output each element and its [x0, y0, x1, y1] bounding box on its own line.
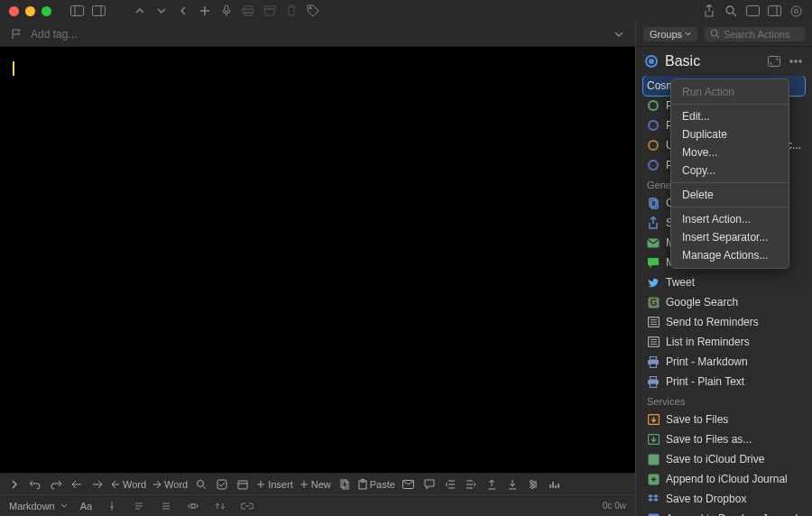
append-icon	[647, 473, 660, 485]
indent-icon[interactable]	[464, 477, 478, 492]
archive-icon[interactable]	[263, 4, 277, 18]
font-button[interactable]: Aa	[80, 501, 92, 511]
upload-icon[interactable]	[484, 477, 499, 492]
groups-dropdown[interactable]: Groups	[643, 27, 697, 41]
action-row[interactable]: List in Reminders	[643, 332, 805, 352]
drive-icon	[647, 453, 660, 465]
action-row[interactable]: Save to Files	[643, 410, 805, 429]
action-row[interactable]: Save to iCloud Drive	[643, 449, 805, 469]
actions-list: CosmicPosPosUpdosmic...PosGeneralCopShaM…	[636, 76, 812, 516]
action-row[interactable]: Send to Reminders	[643, 312, 805, 332]
plus-icon[interactable]	[198, 4, 212, 18]
chart-icon[interactable]	[547, 477, 561, 492]
editor-textarea[interactable]	[0, 47, 635, 473]
action-row[interactable]: Print - Markdown	[643, 352, 805, 372]
minimize-window-button[interactable]	[25, 6, 35, 16]
more-icon[interactable]	[789, 54, 803, 69]
word-left-button[interactable]: Word	[111, 479, 146, 490]
tag-icon[interactable]	[306, 4, 320, 18]
envelope-icon[interactable]	[401, 477, 416, 492]
menu-item[interactable]: Copy...	[671, 161, 789, 180]
tag-input[interactable]	[31, 28, 604, 41]
action-label: Send to Reminders	[666, 316, 759, 328]
action-row[interactable]: Tweet	[643, 272, 805, 292]
chevron-right-icon[interactable]	[7, 477, 22, 492]
paste-button[interactable]: Paste	[358, 479, 395, 490]
new-button[interactable]: New	[300, 479, 331, 490]
dropbox-icon	[647, 493, 660, 505]
share-icon[interactable]	[702, 4, 716, 18]
print-icon	[647, 355, 660, 368]
insert-button[interactable]: Insert	[256, 479, 293, 490]
action-row[interactable]: GGoogle Search	[643, 292, 805, 312]
action-row[interactable]: Save to Dropbox	[643, 489, 805, 509]
outdent-icon[interactable]	[443, 477, 457, 492]
expand-icon[interactable]	[767, 54, 781, 69]
link-icon[interactable]	[240, 499, 254, 513]
focus-icon[interactable]	[159, 499, 173, 513]
sidebar-left-icon[interactable]	[69, 4, 84, 18]
action-row[interactable]: Save to Files as...	[643, 429, 805, 449]
dropdown-icon[interactable]	[612, 27, 626, 41]
trash-icon[interactable]	[284, 4, 299, 18]
svg-rect-23	[341, 480, 346, 487]
chevron-down-icon[interactable]	[154, 4, 169, 18]
svg-point-37	[799, 60, 802, 63]
editor-pane: Word Word Insert New Paste Markdown Aa	[0, 22, 636, 516]
syntax-selector[interactable]: Markdown	[9, 501, 68, 511]
search-icon[interactable]	[724, 4, 738, 18]
paragraph-icon[interactable]	[132, 499, 146, 513]
menu-item[interactable]: Move...	[671, 143, 789, 161]
search-input[interactable]	[724, 29, 799, 40]
close-window-button[interactable]	[9, 6, 19, 16]
menu-item[interactable]: Insert Action...	[671, 210, 789, 228]
sidebar-right-icon[interactable]	[91, 4, 106, 18]
arrow-right-icon[interactable]	[90, 477, 105, 492]
menu-item[interactable]: Duplicate	[671, 125, 789, 143]
flag-icon[interactable]	[9, 27, 23, 41]
mic-icon[interactable]	[219, 4, 234, 18]
chevron-up-icon[interactable]	[133, 4, 147, 18]
copy-icon	[647, 197, 660, 209]
chevron-left-icon[interactable]	[176, 4, 190, 18]
group-title: Basic	[665, 53, 760, 69]
action-row[interactable]: Print - Plain Text	[643, 372, 805, 392]
svg-point-10	[309, 7, 311, 9]
pin-icon[interactable]	[105, 499, 119, 513]
menu-item[interactable]: Insert Separator...	[671, 228, 789, 246]
arrange-icon[interactable]	[213, 499, 227, 513]
comment-icon[interactable]	[422, 477, 437, 492]
menu-item[interactable]: Manage Actions...	[671, 246, 789, 264]
menu-separator	[671, 182, 789, 183]
calendar-icon[interactable]	[235, 477, 250, 492]
panel-right-icon[interactable]	[767, 4, 781, 18]
svg-rect-45	[651, 356, 657, 360]
svg-point-11	[726, 6, 734, 14]
action-row[interactable]: Append to iCloud Journal	[643, 469, 805, 489]
settings-icon[interactable]	[526, 477, 540, 492]
redo-icon[interactable]	[49, 477, 63, 492]
svg-point-30	[531, 485, 533, 488]
panel-icon[interactable]	[745, 4, 760, 18]
checkbox-icon[interactable]	[215, 477, 229, 492]
menu-item[interactable]: Edit...	[671, 107, 789, 125]
menu-separator	[671, 207, 789, 207]
menu-item[interactable]: Delete	[671, 186, 789, 204]
word-right-button[interactable]: Word	[152, 479, 188, 490]
gear-icon[interactable]	[789, 4, 803, 18]
search-actions-field[interactable]	[705, 27, 805, 41]
find-icon[interactable]	[194, 477, 208, 492]
maximize-window-button[interactable]	[42, 6, 51, 16]
action-row[interactable]: Append to Dropbox Journal	[643, 509, 805, 516]
action-label: Google Search	[666, 296, 738, 309]
copy-icon[interactable]	[337, 477, 352, 492]
svg-point-18	[198, 480, 204, 486]
arrow-left-icon[interactable]	[69, 477, 84, 492]
print-icon[interactable]	[241, 4, 255, 18]
svg-rect-34	[769, 57, 780, 67]
download-icon[interactable]	[505, 477, 520, 492]
tag-bar	[0, 22, 635, 47]
undo-icon[interactable]	[28, 477, 42, 492]
eye-icon[interactable]	[186, 499, 200, 513]
list-icon	[647, 336, 660, 348]
